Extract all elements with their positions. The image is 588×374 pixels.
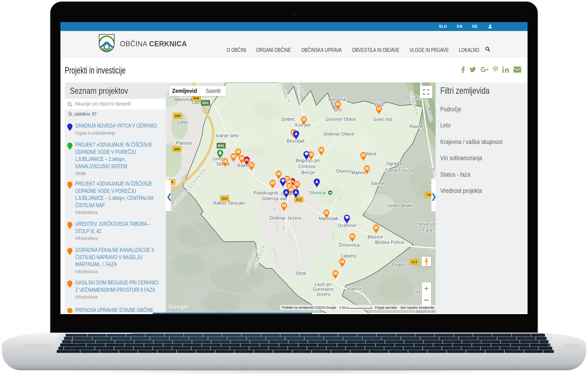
svg-text:Klance: Klance	[347, 286, 362, 291]
svg-text:Ivanje selo: Ivanje selo	[216, 133, 239, 138]
svg-text:Cerknici: Cerknici	[298, 164, 316, 169]
svg-text:640: 640	[193, 96, 199, 100]
svg-text:Brezje: Brezje	[301, 170, 315, 175]
svg-text:Velike Bloke: Velike Bloke	[387, 203, 413, 208]
svg-text:Lož: Lož	[413, 289, 421, 294]
svg-text:9: 9	[171, 180, 173, 184]
svg-text:Blocice: Blocice	[368, 234, 383, 239]
svg-text:Ravne: Ravne	[410, 124, 423, 129]
svg-text:Gorenje Otave: Gorenje Otave	[325, 117, 356, 122]
svg-text:Fara: Fara	[423, 227, 432, 232]
svg-text:Sveti Vid: Sveti Vid	[373, 117, 392, 122]
svg-text:Slivnica: Slivnica	[309, 190, 326, 195]
svg-text:Martinjak: Martinjak	[319, 216, 338, 221]
svg-text:409: 409	[174, 147, 180, 151]
svg-text:Nova vas: Nova vas	[418, 221, 436, 226]
svg-text:Otonica: Otonica	[336, 168, 353, 174]
svg-text:914: 914	[221, 196, 228, 200]
svg-text:Begunje pri: Begunje pri	[295, 158, 320, 163]
svg-text:E61: E61	[218, 143, 224, 148]
svg-text:Podskrajnik: Podskrajnik	[253, 190, 278, 195]
svg-text:Liplje: Liplje	[177, 119, 188, 124]
svg-text:Podlož: Podlož	[392, 263, 406, 268]
svg-text:E61: E61	[202, 101, 209, 105]
svg-text:Jezeru: Jezeru	[316, 292, 330, 297]
svg-text:Ograda: Ograda	[386, 161, 402, 166]
svg-text:Sleme: Sleme	[371, 181, 384, 186]
svg-text:Otok: Otok	[296, 271, 306, 276]
svg-text:Dolenja vas: Dolenja vas	[262, 196, 287, 201]
svg-text:Sveta Trojica: Sveta Trojica	[385, 168, 412, 173]
svg-text:Žerovnica: Žerovnica	[338, 243, 359, 248]
svg-text:213: 213	[411, 260, 417, 264]
svg-text:Dolenje Otave: Dolenje Otave	[324, 131, 354, 136]
svg-text:Jakovica: Jakovica	[173, 97, 192, 102]
svg-text:Dolenje Jezero: Dolenje Jezero	[270, 215, 302, 221]
svg-text:Dobec: Dobec	[282, 117, 295, 122]
svg-text:409: 409	[174, 114, 180, 118]
svg-text:Lep: Lep	[430, 167, 436, 172]
svg-text:212: 212	[296, 197, 302, 201]
svg-text:Laze pri: Laze pri	[315, 282, 332, 287]
svg-text:Lipsenj: Lipsenj	[341, 253, 356, 258]
svg-text:Gorenjem: Gorenjem	[313, 287, 334, 292]
svg-text:Planina: Planina	[176, 141, 192, 146]
svg-text:Bloška Polica: Bloška Polica	[375, 240, 404, 245]
